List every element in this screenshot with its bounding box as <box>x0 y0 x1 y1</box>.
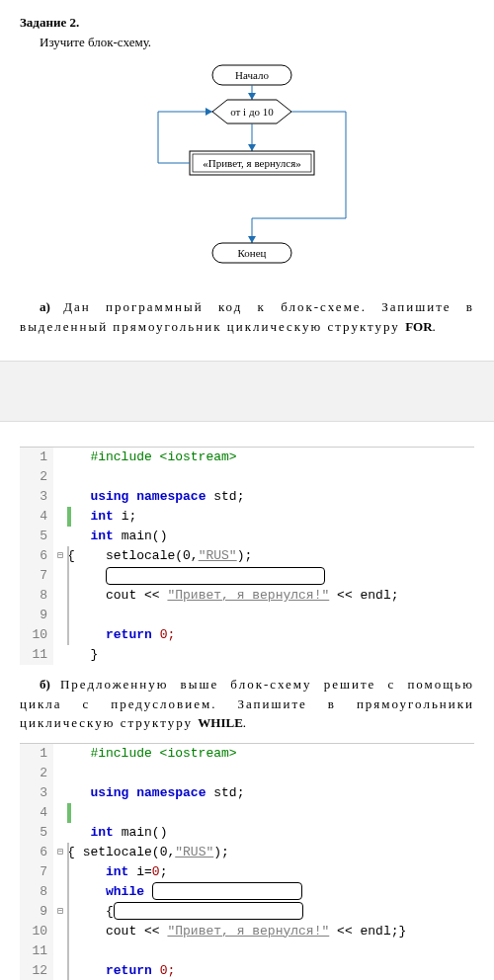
svg-marker-8 <box>206 108 212 116</box>
page-gap <box>0 361 494 422</box>
svg-marker-5 <box>248 144 256 151</box>
flowchart-body: «Привет, я вернулся» <box>203 157 300 169</box>
flowchart-diagram: Начало от i до 10 «Привет, я вернулся» К… <box>99 60 395 287</box>
blank-while-cond[interactable] <box>152 882 302 900</box>
flowchart-end: Конец <box>238 247 267 259</box>
flowchart-loop: от i до 10 <box>230 106 274 118</box>
svg-marker-2 <box>248 93 256 100</box>
svg-marker-10 <box>248 236 256 243</box>
part-a-text: a) Дан программный код к блок-схеме. Зап… <box>20 297 474 336</box>
part-b-text: б) Предложенную выше блок-схему решите с… <box>20 675 474 733</box>
blank-while-body[interactable] <box>114 902 303 920</box>
flowchart-start: Начало <box>235 69 269 81</box>
task-title: Задание 2. <box>20 15 474 31</box>
code-block-a: 1 #include <iostream> 2 3 using namespac… <box>20 447 474 665</box>
code-block-b: 1 #include <iostream> 2 3 using namespac… <box>20 743 474 981</box>
task-subtitle: Изучите блок-схему. <box>20 35 474 50</box>
blank-for[interactable] <box>106 567 325 585</box>
